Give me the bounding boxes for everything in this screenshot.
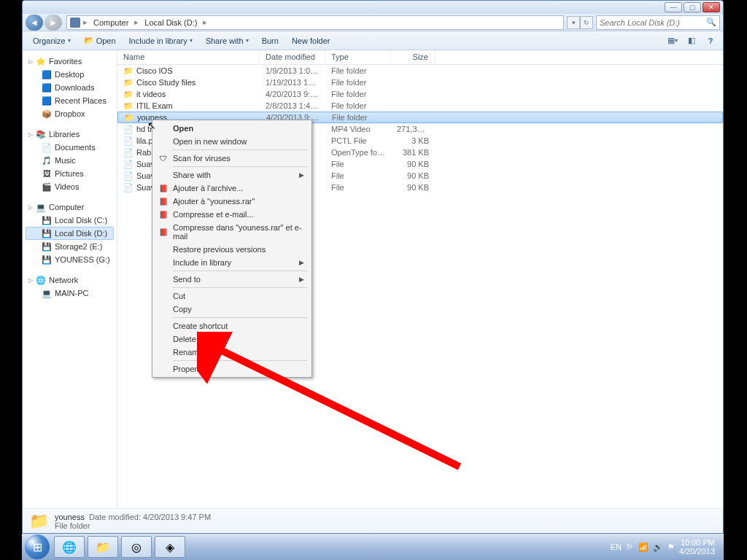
menu-item[interactable]: Send to▶ bbox=[154, 273, 310, 286]
file-row[interactable]: 📁it videos4/20/2013 9:46 PMFile folder bbox=[117, 88, 723, 100]
sidebar-item-desktop[interactable]: 🟦Desktop bbox=[26, 68, 114, 81]
sidebar-item-dropbox[interactable]: 📦Dropbox bbox=[26, 107, 114, 120]
search-box[interactable]: 🔍 bbox=[596, 15, 720, 30]
sidebar-item-downloads[interactable]: 🟦Downloads bbox=[26, 81, 114, 94]
tray-volume-icon[interactable]: 🔊 bbox=[653, 542, 663, 552]
taskbar-app1[interactable]: ◎ bbox=[121, 536, 152, 558]
clock[interactable]: 10:00 PM 4/20/2013 bbox=[679, 538, 715, 556]
tray-action-icon[interactable]: ⚑ bbox=[667, 542, 675, 552]
file-name: lila.p bbox=[136, 136, 153, 145]
menu-item[interactable]: 📕Ajouter à l'archive... bbox=[154, 182, 310, 195]
sidebar-item-youness-g[interactable]: 💾YOUNESS (G:) bbox=[26, 253, 114, 266]
menu-item[interactable]: Open in new window bbox=[154, 135, 310, 148]
include-library-button[interactable]: Include in library▾ bbox=[123, 34, 198, 47]
language-indicator[interactable]: EN bbox=[611, 542, 622, 551]
column-type[interactable]: Type bbox=[325, 50, 391, 64]
file-row[interactable]: 📁ITIL Exam2/8/2013 1:43 AMFile folder bbox=[117, 100, 723, 112]
burn-button[interactable]: Burn bbox=[256, 34, 285, 47]
column-date[interactable]: Date modified bbox=[260, 50, 325, 64]
sidebar-item-videos[interactable]: 🎬Videos bbox=[26, 180, 114, 193]
menu-item-label: Cut bbox=[173, 292, 185, 300]
tray-flag-icon[interactable]: 🏳 bbox=[626, 542, 634, 551]
file-type: File bbox=[325, 171, 391, 180]
file-row[interactable]: 📁Cisco Study files1/19/2013 10:53 PMFile… bbox=[117, 77, 723, 88]
sidebar-item-mainpc[interactable]: 💻MAIN-PC bbox=[26, 287, 114, 300]
file-icon: 📄 bbox=[123, 136, 133, 146]
file-icon: 📄 bbox=[123, 147, 133, 158]
system-tray: EN 🏳 📶 🔊 ⚑ 10:00 PM 4/20/2013 bbox=[611, 538, 721, 556]
menu-item-label: Ajouter à l'archive... bbox=[173, 184, 243, 192]
taskbar-explorer[interactable]: 📁 bbox=[88, 536, 118, 558]
chevron-right-icon: ▶ bbox=[299, 171, 304, 179]
column-size[interactable]: Size bbox=[391, 50, 435, 64]
address-dropdown[interactable]: ▾ bbox=[567, 16, 580, 29]
breadcrumb-drive[interactable]: Local Disk (D:) bbox=[142, 18, 200, 27]
breadcrumb-computer[interactable]: Computer bbox=[90, 18, 131, 27]
file-icon: 📄 bbox=[123, 171, 133, 181]
file-type: File folder bbox=[326, 113, 392, 122]
file-icon: 📄 bbox=[123, 182, 133, 192]
tray-network-icon[interactable]: 📶 bbox=[638, 542, 649, 552]
menu-item[interactable]: Include in library▶ bbox=[154, 256, 310, 269]
menu-item[interactable]: Open bbox=[154, 122, 310, 135]
menu-item-label: Compresse dans "youness.rar" et e-mail bbox=[173, 223, 304, 241]
menu-separator bbox=[173, 271, 307, 271]
share-with-button[interactable]: Share with▾ bbox=[200, 34, 255, 47]
file-icon: 📄 bbox=[123, 159, 133, 169]
view-button[interactable]: ▦▾ bbox=[665, 34, 681, 48]
file-icon: 📄 bbox=[123, 124, 133, 134]
taskbar-app2[interactable]: ◈ bbox=[155, 536, 185, 558]
menu-item[interactable]: Cut bbox=[154, 289, 310, 303]
libraries-header[interactable]: ▷📚Libraries bbox=[26, 128, 114, 141]
file-size: 90 KB bbox=[391, 171, 435, 180]
favorites-header[interactable]: ▷⭐Favorites bbox=[26, 55, 114, 68]
maximize-button[interactable]: ▢ bbox=[684, 2, 701, 12]
preview-pane-button[interactable]: ◧ bbox=[684, 34, 700, 48]
menu-separator bbox=[173, 360, 307, 361]
column-name[interactable]: Name bbox=[117, 50, 260, 64]
menu-item[interactable]: Copy bbox=[154, 303, 310, 316]
menu-item-icon: 📕 bbox=[158, 183, 169, 193]
file-row[interactable]: 📁Cisco IOS1/9/2013 1:06 PMFile folder bbox=[117, 65, 723, 77]
menu-item[interactable]: 📕Ajouter à "youness.rar" bbox=[154, 195, 310, 208]
explorer-window: — ▢ ✕ ◄ ► ▸ Computer ▸ Local Disk (D:) ▸… bbox=[22, 0, 724, 534]
back-button[interactable]: ◄ bbox=[26, 15, 43, 31]
sidebar-item-documents[interactable]: 📄Documents bbox=[26, 141, 114, 154]
taskbar-ie[interactable]: 🌐 bbox=[54, 536, 85, 558]
open-button[interactable]: 📂Open bbox=[78, 34, 122, 47]
new-folder-button[interactable]: New folder bbox=[286, 34, 336, 47]
menu-item[interactable]: Delete bbox=[154, 332, 310, 346]
search-icon: 🔍 bbox=[706, 18, 716, 27]
menu-item[interactable]: Rename bbox=[154, 346, 310, 359]
menu-item[interactable]: 🛡Scan for viruses bbox=[154, 152, 310, 165]
menu-item[interactable]: Restore previous versions bbox=[154, 243, 310, 256]
menu-item[interactable]: 📕Compresse dans "youness.rar" et e-mail bbox=[154, 221, 310, 243]
search-input[interactable] bbox=[600, 18, 706, 27]
menu-item[interactable]: Share with▶ bbox=[154, 168, 310, 182]
sidebar-item-storage2[interactable]: 💾Storage2 (E:) bbox=[26, 240, 114, 253]
sidebar-item-pictures[interactable]: 🖼Pictures bbox=[26, 167, 114, 180]
menu-item[interactable]: Properties bbox=[154, 362, 310, 376]
forward-button[interactable]: ► bbox=[44, 15, 62, 31]
close-button[interactable]: ✕ bbox=[703, 2, 720, 12]
menu-item[interactable]: 📕Compresse et e-mail... bbox=[154, 208, 310, 221]
menu-item-label: Include in library bbox=[173, 258, 231, 267]
details-name: youness bbox=[55, 513, 85, 521]
help-button[interactable]: ? bbox=[703, 34, 719, 48]
start-button[interactable]: ⊞ bbox=[25, 534, 50, 559]
menu-item-label: Send to bbox=[173, 275, 201, 284]
refresh-button[interactable]: ↻ bbox=[580, 16, 593, 29]
organize-button[interactable]: Organize▾ bbox=[27, 34, 77, 47]
details-date-label: Date modified: bbox=[89, 513, 141, 521]
minimize-button[interactable]: — bbox=[665, 2, 682, 12]
sidebar-item-music[interactable]: 🎵Music bbox=[26, 154, 114, 167]
sidebar-item-disk-c[interactable]: 💾Local Disk (C:) bbox=[26, 214, 114, 227]
sidebar-item-recent[interactable]: 🟦Recent Places bbox=[26, 94, 114, 107]
sidebar-item-disk-d[interactable]: 💾Local Disk (D:) bbox=[26, 227, 114, 240]
breadcrumb[interactable]: ▸ Computer ▸ Local Disk (D:) ▸ bbox=[66, 15, 564, 30]
menu-item[interactable]: Create shortcut bbox=[154, 319, 310, 332]
network-header[interactable]: ▷🌐Network bbox=[26, 273, 114, 287]
details-type: File folder bbox=[55, 521, 211, 530]
computer-header[interactable]: ▷💻Computer bbox=[26, 201, 114, 214]
file-type: PCTL File bbox=[325, 136, 391, 145]
